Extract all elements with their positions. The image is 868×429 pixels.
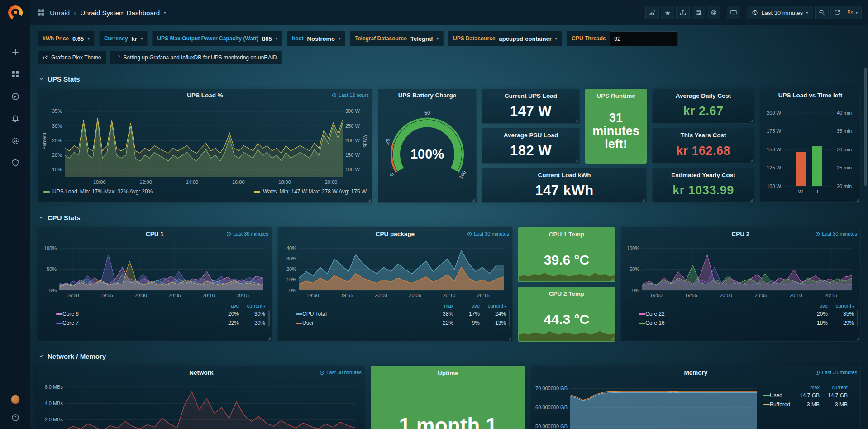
alerting-bell-icon[interactable]: [10, 114, 20, 124]
cpu-stats-row: CPU 1 Last 30 minutes 0%50%100%19:5019:5…: [38, 227, 861, 342]
row-header-cpu-stats[interactable]: CPU Stats: [38, 211, 861, 224]
panel-title[interactable]: This Years Cost: [680, 132, 726, 139]
svg-text:20 min: 20 min: [837, 183, 852, 189]
panel-title[interactable]: Uptime: [438, 370, 458, 376]
panel-title[interactable]: Current UPS Load: [505, 92, 557, 99]
panel-title[interactable]: CPU 2: [732, 231, 750, 237]
server-admin-shield-icon[interactable]: [10, 158, 20, 168]
panel-this-years-cost: This Years Cost kr 162.68: [652, 128, 754, 164]
variable-telegraf-datasource[interactable]: Telegraf Datasource Telegraf ▾: [350, 31, 444, 46]
legend-value: 29%: [828, 320, 854, 326]
legend-sort-max[interactable]: max: [427, 303, 453, 308]
time-range-picker[interactable]: Last 30 minutes ▾: [747, 6, 813, 19]
cpu-package-chart[interactable]: 0%10%20%30%40%19:5019:5520:0020:0520:102…: [281, 240, 509, 300]
panel-title[interactable]: Memory: [684, 369, 708, 376]
legend-color: [254, 191, 260, 193]
dashboards-icon[interactable]: [10, 69, 20, 79]
legend-series-name[interactable]: CPU Total: [302, 311, 327, 317]
panel-title[interactable]: UPS Battery Charge: [398, 92, 456, 99]
clock-icon: [815, 370, 820, 375]
variable-ups-datasource[interactable]: UPS Datasource apcupsd-container ▾: [448, 31, 562, 46]
grafana-logo[interactable]: [7, 5, 24, 21]
legend-series-name[interactable]: UPS Load: [52, 188, 77, 195]
panel-title[interactable]: CPU 2 Temp: [549, 290, 585, 297]
legend-series-stats: Min: 17% Max: 32% Avg: 20%: [80, 188, 153, 195]
legend-sort-current[interactable]: current▾: [239, 303, 265, 308]
apps-grid-icon[interactable]: [37, 8, 46, 17]
legend-sort-avg[interactable]: avg: [213, 303, 239, 308]
svg-text:20:15: 20:15: [825, 293, 837, 298]
legend-sort-current[interactable]: current: [820, 385, 848, 390]
refresh-interval-dropdown[interactable]: 5s ▾: [844, 6, 862, 19]
legend-series-name[interactable]: Core 22: [645, 311, 665, 317]
zoom-out-icon[interactable]: [815, 6, 829, 19]
star-icon[interactable]: ★: [661, 6, 674, 19]
clock-icon: [752, 10, 758, 16]
breadcrumb-folder[interactable]: Unraid: [50, 9, 70, 17]
cpu2-chart[interactable]: 0%50%100%19:5019:5520:0020:0520:1020:15: [624, 240, 857, 300]
panel-title[interactable]: UPS Load %: [187, 92, 223, 99]
link-ups-monitoring-guide[interactable]: Setting up Grafana and InfluxDB for UPS …: [110, 51, 282, 64]
panel-title[interactable]: Network: [189, 369, 213, 376]
ups-load-time-bars[interactable]: 100 W125 W150 W175 W200 W20 min25 min30 …: [764, 101, 857, 197]
save-icon[interactable]: [692, 6, 705, 19]
panel-title[interactable]: UPS Runtime: [596, 92, 635, 99]
legend-sort-max[interactable]: max: [792, 385, 820, 390]
svg-text:0: 0: [389, 172, 395, 177]
legend-series-name[interactable]: Core 7: [62, 320, 79, 326]
time-range-label: Last 30 minutes: [761, 10, 803, 16]
legend-series-name[interactable]: Core 16: [645, 320, 665, 326]
variable-ups-max-output[interactable]: UPS Max Output Power Capacity (Watt) 865…: [152, 31, 282, 46]
legend-series-name[interactable]: Used: [770, 392, 782, 399]
legend-series-name[interactable]: Watts: [263, 188, 277, 195]
variable-currency[interactable]: Currency kr ▾: [99, 31, 148, 46]
battery-gauge[interactable]: 02050100100%: [382, 104, 472, 192]
legend-series-name[interactable]: Core 6: [62, 311, 79, 317]
svg-text:4.0 MBs: 4.0 MBs: [45, 400, 63, 406]
legend-series-name[interactable]: User: [302, 320, 314, 326]
panel-title[interactable]: UPS Load vs Time left: [778, 92, 843, 99]
legend-sort-avg[interactable]: avg: [801, 303, 828, 308]
memory-chart[interactable]: 50.000000 GB60.000000 GB70.000000 GB: [531, 378, 763, 429]
panel-title[interactable]: Average PSU Load: [504, 132, 558, 139]
user-avatar[interactable]: [10, 395, 20, 405]
variable-host[interactable]: host Nostromo ▾: [287, 31, 345, 46]
panel-title[interactable]: CPU 1 Temp: [549, 231, 585, 238]
row-header-ups-stats[interactable]: UPS Stats: [38, 72, 861, 85]
panel-uptime: Uptime 1 month 1: [371, 366, 525, 429]
legend-scrollbar[interactable]: [268, 310, 270, 327]
kiosk-mode-icon[interactable]: [727, 6, 740, 19]
svg-text:30 min: 30 min: [837, 147, 852, 152]
link-grafana-plex-theme[interactable]: Grafana Plex Theme: [38, 51, 106, 64]
share-icon[interactable]: [676, 6, 690, 19]
dashboard-settings-gear-icon[interactable]: [707, 6, 720, 19]
panel-title[interactable]: Average Daily Cost: [676, 92, 731, 99]
variable-kwh-price[interactable]: kWh Price 0.65 ▾: [38, 31, 95, 46]
row-header-network-memory[interactable]: Network / Memory: [38, 350, 861, 362]
legend-series-name[interactable]: Buffered: [770, 401, 790, 408]
configuration-gear-icon[interactable]: [10, 136, 20, 146]
network-chart[interactable]: 2.0 MBs4.0 MBs6.0 MBs: [41, 378, 362, 429]
create-icon[interactable]: [10, 47, 20, 57]
panel-cpu1-temp: CPU 1 Temp 39.6 °C: [518, 227, 615, 282]
help-icon[interactable]: ?: [10, 413, 20, 423]
svg-text:50.000000 GB: 50.000000 GB: [535, 424, 568, 429]
dashboard-title[interactable]: Unraid System Dashboard: [80, 9, 160, 17]
panel-title[interactable]: CPU 1: [146, 231, 164, 237]
refresh-icon[interactable]: [830, 6, 844, 19]
legend-sort-current[interactable]: current▾: [828, 303, 854, 308]
panel-title[interactable]: Current Load kWh: [538, 172, 591, 178]
page-scrollbar-thumb[interactable]: [864, 68, 867, 186]
title-caret-down-icon[interactable]: ▾: [164, 10, 166, 15]
legend-sort-current[interactable]: current▾: [480, 303, 506, 308]
legend-sort-avg[interactable]: avg: [453, 303, 480, 308]
legend-scrollbar[interactable]: [509, 310, 510, 327]
legend-scrollbar[interactable]: [857, 310, 858, 327]
cpu-threads-input[interactable]: [610, 31, 677, 46]
panel-title[interactable]: CPU package: [376, 231, 415, 237]
cpu1-chart[interactable]: 0%50%100%19:5019:5520:0020:0520:1020:15: [41, 240, 268, 300]
panel-title[interactable]: Estimated Yearly Cost: [671, 172, 735, 178]
ups-load-chart[interactable]: 15%20%25%30%35%100 W150 W200 W250 W300 W…: [41, 101, 369, 187]
explore-icon[interactable]: [10, 92, 20, 101]
add-panel-icon[interactable]: [645, 6, 659, 19]
